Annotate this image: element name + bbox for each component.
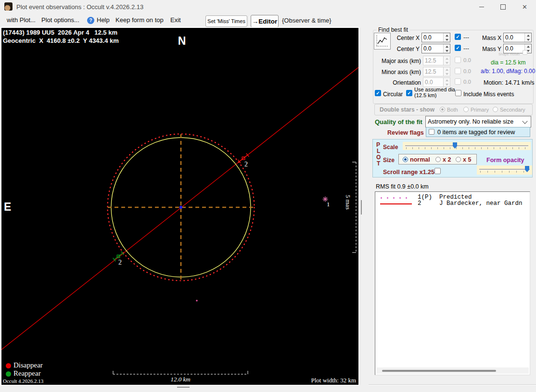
minimize-icon (479, 7, 484, 7)
find-best-fit-title: Find best fit (376, 26, 410, 33)
plot-header-line1: (17443) 1989 UU5 2026 Apr 4 12.5 km (3, 29, 117, 36)
size-normal-radio[interactable] (403, 157, 408, 162)
orientation-value: 0.0 (423, 78, 443, 87)
horizontal-splitter-handle[interactable] (177, 387, 190, 388)
observation-row-bardecker[interactable]: 2 J Bardecker, near Gardn (418, 200, 523, 207)
title-bar: Plot event observations : Occult v.4.202… (0, 0, 536, 13)
center-x-checkbox[interactable]: ✓ (455, 34, 461, 40)
listbox-hscrollbar[interactable] (376, 367, 529, 374)
mass-x-spin-buttons[interactable] (524, 33, 531, 42)
help-icon: ? (87, 17, 94, 24)
center-x-label: Center X (389, 35, 420, 41)
predicted-dot-icon (399, 197, 401, 199)
center-y-checkbox[interactable]: ✓ (455, 45, 461, 51)
plot-width-label: Plot width: 32 km (289, 377, 356, 384)
double-stars-secondary-radio (493, 107, 498, 112)
plot-version-label: Occult 4.2026.2.13 (3, 378, 43, 384)
scroll-range-label: Scroll range x1.25 (383, 169, 434, 176)
major-axis-spinner: 12.5 (423, 56, 450, 65)
center-y-spin-buttons[interactable] (443, 44, 450, 53)
menu-help[interactable]: Help (97, 16, 110, 24)
size-x5-radio[interactable] (456, 157, 461, 162)
center-x-spinner[interactable]: 0.0 (421, 33, 450, 42)
plot-area[interactable]: (17443) 1989 UU5 2026 Apr 4 12.5 km Geoc… (0, 27, 359, 386)
fit-graph-button[interactable] (374, 33, 391, 50)
minor-axis-flag: 0.0 (463, 68, 471, 74)
review-flags-label: Review flags (387, 129, 424, 136)
orientation-label: Orientation (379, 79, 421, 86)
editor-button[interactable]: →Editor (251, 15, 279, 27)
orientation-flag: 0.0 (463, 79, 471, 85)
review-flags-checkbox[interactable] (429, 129, 434, 135)
mass-x-spinner[interactable]: 0.0 (503, 33, 532, 42)
spin-up-icon (446, 46, 448, 48)
scale-slider-ticks (406, 147, 527, 149)
spin-up-icon (446, 79, 448, 81)
maximize-button[interactable] (492, 0, 514, 13)
close-button[interactable]: ✕ (514, 0, 536, 13)
scroll-range-checkbox[interactable] (434, 168, 441, 174)
major-axis-label: Major axis (km) (379, 58, 421, 64)
spin-up-icon (527, 35, 530, 37)
center-y-spinner[interactable]: 0.0 (421, 44, 450, 53)
listbox-hscrollbar-thumb[interactable] (382, 370, 496, 372)
menu-with-plot[interactable]: with Plot... (7, 16, 36, 24)
size-label: Size (383, 157, 395, 164)
close-icon: ✕ (522, 3, 527, 11)
predicted-star-label: 1 (327, 201, 330, 208)
menu-exit[interactable]: Exit (170, 16, 181, 24)
double-stars-primary-label: Primary (471, 107, 489, 113)
vertical-splitter-handle[interactable] (361, 200, 362, 215)
plot-settings-panel: P L O T Scale Size normal x 2 x 5 Form o… (372, 139, 533, 177)
menu-keep-on-top[interactable]: Keep form on top (115, 16, 164, 24)
east-label: E (4, 201, 11, 214)
orientation-checkbox (455, 78, 461, 85)
observer-time-label: {Observer & time} (282, 17, 332, 24)
form-opacity-label: Form opacity (486, 157, 524, 164)
size-x2-radio[interactable] (435, 157, 441, 162)
horizontal-scalebar (113, 371, 248, 374)
plot-panel-t: T (377, 160, 380, 167)
mass-x-value: 0.0 (504, 33, 524, 42)
shape-model-checkbox[interactable] (523, 50, 527, 55)
plot-canvas[interactable] (1, 28, 358, 385)
spin-down-icon (527, 39, 530, 41)
minimize-button[interactable] (471, 0, 492, 13)
double-stars-secondary-label: Secondary (500, 107, 525, 113)
horizontal-scalebar-label: 12.0 km (161, 376, 200, 383)
size-normal-label: normal (410, 156, 430, 163)
center-y-flag: --- (463, 45, 469, 52)
minor-axis-spin-buttons (443, 67, 450, 76)
plot-panel-p: P (376, 141, 380, 148)
north-label: N (176, 35, 188, 48)
window-title: Plot event observations : Occult v.4.202… (16, 3, 143, 11)
include-miss-checkbox[interactable] (455, 90, 461, 96)
shadow-track-line (1, 67, 358, 350)
center-y-label: Center Y (389, 46, 420, 52)
circular-checkbox[interactable]: ✓ (375, 90, 381, 96)
major-axis-flag: 0.0 (463, 57, 471, 63)
use-assumed-checkbox[interactable]: ✓ (406, 90, 412, 96)
spin-down-icon (446, 84, 448, 86)
double-stars-both-label: Both (447, 107, 458, 113)
center-x-spin-buttons[interactable] (443, 33, 450, 42)
spin-down-icon (446, 39, 448, 41)
menu-plot-options[interactable]: Plot options... (41, 16, 79, 24)
form-opacity-slider[interactable] (477, 165, 532, 175)
observations-listbox[interactable]: 1(P) Predicted 2 J Bardecker, near Gardn (375, 191, 530, 375)
scale-slider[interactable] (403, 142, 531, 150)
orientation-spinner: 0.0 (423, 77, 450, 87)
orientation-spin-buttons (443, 78, 450, 87)
minor-axis-value: 12.5 (423, 67, 443, 76)
scale-slider-groove (405, 145, 528, 147)
quality-dropdown[interactable]: Astrometry only. No reliable size (425, 116, 531, 127)
set-miss-times-button[interactable]: Set 'Miss' Times (205, 15, 247, 27)
double-stars-title: Double stars - show (380, 106, 434, 113)
observation-row-predicted[interactable]: 1(P) Predicted (418, 194, 472, 201)
reappear-dot-icon (6, 371, 11, 377)
size-x2-label: x 2 (443, 156, 451, 163)
reappear-marker-label: 2 (118, 259, 122, 266)
predicted-dot-icon (393, 197, 395, 199)
observation-line-icon (380, 203, 412, 204)
motion-value: Motion: 14.71 km/s (484, 79, 535, 86)
